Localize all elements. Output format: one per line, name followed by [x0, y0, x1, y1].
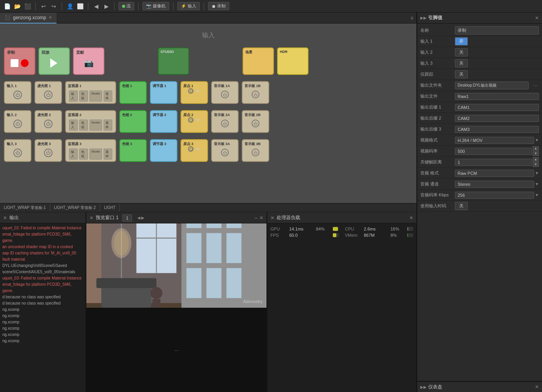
monitor-1-color-btn[interactable]: 色链: [79, 91, 88, 102]
indicator-node-2a[interactable]: 音示板 2A ⏻: [211, 110, 239, 133]
ind-1b-power[interactable]: ⏻: [252, 91, 259, 98]
camera-btn[interactable]: 📷 摄像机: [142, 2, 169, 10]
monitor-3-studio-btn[interactable]: Studio: [89, 149, 102, 160]
prop-suffix1-value[interactable]: CAM1: [455, 104, 539, 111]
right-expand-icon[interactable]: ▶▶: [420, 16, 427, 20]
light-2-power[interactable]: ⏻: [44, 120, 53, 128]
prop-achannel-value[interactable]: Stereo: [455, 181, 534, 188]
prop-outfolder-more-btn[interactable]: ···: [532, 83, 539, 88]
ind-3b-power[interactable]: ⏻: [252, 149, 259, 156]
prop-suffix3-value[interactable]: CAM3: [455, 126, 539, 133]
preview-minimize-btn[interactable]: ─: [254, 215, 258, 221]
light-node-3[interactable]: 虚光斑 3 ⏻: [35, 139, 62, 162]
blue-node-2[interactable]: 调节器 2: [150, 110, 177, 133]
prop-vformat-value[interactable]: H.264 / MOV: [455, 137, 534, 144]
ind-2a-power[interactable]: ⏻: [221, 120, 229, 127]
dot-node-1[interactable]: 原点 1 ⏻ ☀: [181, 81, 208, 104]
preview-close-x-btn[interactable]: ✕: [259, 215, 263, 221]
node-camera[interactable]: 贡献 📷: [73, 47, 104, 75]
node-canvas[interactable]: 输入 录制 回放: [0, 24, 416, 212]
monitor-2-input-btn[interactable]: 输入: [69, 120, 78, 131]
monitor-1-final-btn[interactable]: 最终: [104, 91, 112, 102]
prop-outfolder-value[interactable]: Desktop:DYL输出视频: [455, 82, 529, 89]
node-hdr[interactable]: HDR: [277, 47, 308, 75]
log-close-btn[interactable]: ✕: [3, 215, 7, 221]
monitor-3-final-btn[interactable]: 最终: [104, 149, 112, 160]
monitor-2-final-btn[interactable]: 最终: [104, 120, 112, 131]
forward-icon[interactable]: ▶: [102, 2, 110, 10]
monitor-node-1[interactable]: 监视器 1 输入 色链 Studio 最终: [65, 81, 116, 104]
bottom-tab-2[interactable]: LIGHT_WRAP 零值板-2: [50, 203, 100, 212]
green-node-2[interactable]: 色链 2: [119, 110, 147, 133]
dot-node-3[interactable]: 原点 3 ⏻ ☀: [181, 139, 208, 162]
ind-2b-power[interactable]: ⏻: [252, 120, 259, 127]
tab-genzong[interactable]: ⬛ genzong.xcomp ✕: [0, 13, 57, 24]
node-studio[interactable]: STUDIO: [158, 47, 189, 75]
input-node-2[interactable]: 输入 2 ⏻: [4, 110, 31, 133]
preview-next-btn[interactable]: ▶: [141, 216, 144, 220]
ind-3a-power[interactable]: ⏻: [221, 149, 229, 156]
back-icon[interactable]: ◀: [92, 2, 100, 10]
bottom-tab-3[interactable]: LIGHT: [100, 203, 120, 212]
monitor-node-2[interactable]: 监视器 2 输入 色链 Studio 最终: [65, 110, 116, 133]
ind-1a-power[interactable]: ⏻: [221, 91, 229, 98]
file-icon[interactable]: 📄: [3, 2, 11, 10]
prop-aformat-value[interactable]: Raw PCM: [455, 170, 534, 177]
monitor-2-color-btn[interactable]: 色链: [79, 120, 88, 131]
prop-keyframe-value[interactable]: 1: [455, 159, 532, 166]
monitor-1-input-btn[interactable]: 输入: [69, 91, 78, 102]
prop-track-toggle[interactable]: 关: [455, 70, 468, 78]
rec-btn[interactable]: [21, 59, 29, 67]
prop-abitrate-value[interactable]: 256: [455, 192, 534, 199]
indicator-node-3b[interactable]: 音示板 3B ⏻: [242, 139, 269, 162]
bottom-tab-1[interactable]: LIGHT_WRAP 零值板-1: [0, 203, 50, 212]
perf-close-btn[interactable]: ✕: [270, 215, 274, 221]
indicator-node-1b[interactable]: 音示板 1B ⏻: [242, 81, 269, 104]
right-bottom-close-btn[interactable]: ✕: [535, 384, 539, 390]
tab-close-btn[interactable]: ✕: [49, 15, 52, 20]
node-scene[interactable]: 场景: [243, 47, 274, 75]
prop-vbitrate-down[interactable]: ▼: [533, 151, 539, 156]
right-bottom-expand-icon[interactable]: ▶▶: [420, 385, 427, 389]
monitor-2-studio-btn[interactable]: Studio: [89, 120, 102, 131]
light-3-power[interactable]: ⏻: [44, 149, 53, 157]
input-node-3[interactable]: 输入 3 ⏻: [4, 139, 31, 162]
monitor-3-color-btn[interactable]: 色链: [79, 149, 88, 160]
blue-node-1[interactable]: 调节器 1: [150, 81, 177, 104]
input-3-power[interactable]: ⏻: [13, 149, 22, 157]
prop-name-value[interactable]: 录制: [455, 26, 539, 34]
prop-keyframe-down[interactable]: ▼: [533, 162, 539, 167]
light-node-1[interactable]: 虚光斑 1 ⏻: [35, 81, 62, 104]
blue-node-3[interactable]: 调节器 3: [150, 139, 177, 162]
dot-node-2[interactable]: 原点 2 ⏻ ☀: [181, 110, 208, 133]
indicator-node-2b[interactable]: 音示板 2B ⏻: [242, 110, 269, 133]
rect-icon[interactable]: ⬛: [24, 2, 31, 10]
person-icon[interactable]: 👤: [66, 2, 74, 10]
light-1-power[interactable]: ⏻: [44, 91, 53, 99]
node-play[interactable]: 回放: [38, 47, 70, 75]
open-icon[interactable]: 📂: [13, 2, 21, 10]
record-btn[interactable]: ⏺ 录制: [208, 2, 229, 10]
right-close-btn[interactable]: ✕: [535, 15, 539, 21]
input-btn[interactable]: ⚡ 输入: [177, 2, 200, 10]
prop-input2-toggle[interactable]: 关: [455, 48, 468, 56]
node-record[interactable]: 录制: [4, 47, 35, 75]
prop-input1-toggle[interactable]: 开: [455, 37, 468, 45]
redo-icon[interactable]: ↪: [50, 2, 58, 10]
preview-close-btn[interactable]: ✕: [89, 215, 93, 221]
prop-timecode-toggle[interactable]: 关: [455, 202, 468, 210]
prop-input3-toggle[interactable]: 关: [455, 59, 468, 67]
monitor-3-input-btn[interactable]: 输入: [69, 149, 78, 160]
preview-prev-btn[interactable]: ◀: [137, 216, 141, 220]
prop-keyframe-up[interactable]: ▲: [533, 157, 539, 162]
monitor-1-studio-btn[interactable]: Studio: [89, 91, 102, 102]
prop-outfile-value[interactable]: Raw1: [455, 93, 539, 100]
undo-icon[interactable]: ↩: [40, 2, 47, 10]
input-1-power[interactable]: ⏻: [13, 91, 22, 99]
tab-menu-btn[interactable]: ≡: [407, 15, 416, 21]
light-node-2[interactable]: 虚光斑 2 ⏻: [35, 110, 62, 133]
prop-vbitrate-value[interactable]: 500: [455, 148, 532, 155]
perf-close-x-btn[interactable]: ✕: [409, 215, 413, 221]
indicator-node-1a[interactable]: 音示板 1A ⏻: [211, 81, 239, 104]
prop-suffix2-value[interactable]: CAM2: [455, 115, 539, 122]
